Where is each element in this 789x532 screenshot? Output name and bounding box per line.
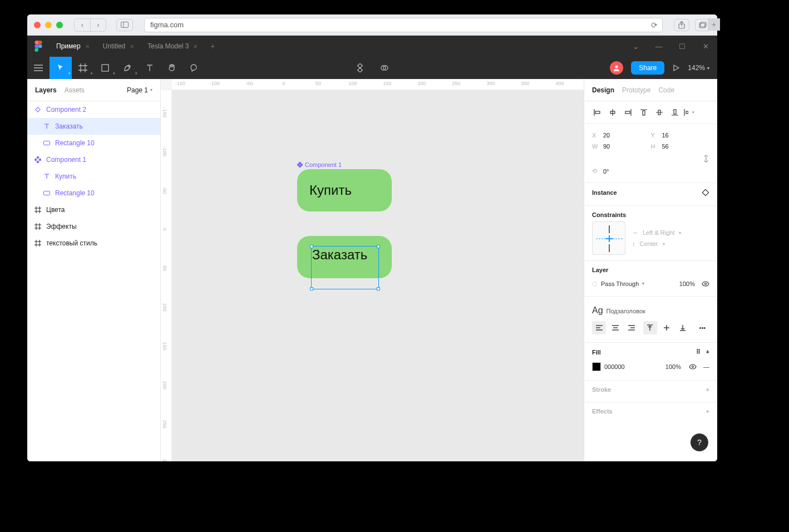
tab-code[interactable]: Code (658, 86, 674, 94)
frame-tool[interactable]: ▾ (72, 57, 94, 79)
component-icon (34, 156, 42, 163)
component-label[interactable]: Component 1 (297, 161, 342, 168)
figma-logo-icon[interactable] (27, 36, 50, 57)
close-tab-icon[interactable]: ✕ (130, 43, 134, 50)
constraint-horizontal[interactable]: ↔ Left & Right ▾ (632, 229, 681, 236)
minimize-icon[interactable] (45, 22, 52, 28)
constraints-widget[interactable] (592, 221, 625, 255)
file-tab[interactable]: Пример✕ (50, 36, 96, 57)
blend-mode-icon[interactable]: ◌ (592, 280, 598, 287)
instance-swap-icon[interactable] (702, 189, 709, 196)
add-effect-icon[interactable]: + (706, 408, 709, 415)
constraint-vertical[interactable]: ↕ Center ▾ (632, 240, 681, 247)
align-right-icon[interactable] (621, 106, 635, 119)
text-more-icon[interactable]: ••• (696, 321, 709, 334)
close-tab-icon[interactable]: ✕ (193, 43, 198, 50)
share-icon[interactable] (674, 19, 689, 31)
fullscreen-icon[interactable] (56, 22, 63, 28)
zoom-control[interactable]: 142%▾ (688, 64, 709, 72)
diamond-icon (34, 106, 42, 113)
file-tab[interactable]: Tesla Model 3✕ (141, 36, 204, 57)
tab-assets[interactable]: Assets (65, 86, 85, 94)
layer-row[interactable]: Component 2 (27, 101, 160, 118)
close-icon[interactable] (34, 22, 41, 28)
avatar[interactable] (610, 61, 623, 75)
present-button[interactable] (672, 64, 680, 72)
chevron-down-icon[interactable]: ⌄ (624, 42, 647, 51)
add-fill-icon[interactable]: + (706, 348, 709, 356)
tab-prototype[interactable]: Prototype (622, 86, 650, 94)
prop-rotation[interactable]: ⟲0° (592, 168, 651, 175)
layer-row[interactable]: Купить (27, 168, 160, 185)
add-stroke-icon[interactable]: + (706, 386, 709, 393)
align-left-icon[interactable] (590, 106, 604, 119)
fill-hex-input[interactable]: 000000 (604, 363, 625, 370)
prop-x[interactable]: X20 (592, 132, 651, 139)
help-button[interactable]: ? (691, 434, 708, 451)
tab-design[interactable]: Design (592, 86, 614, 94)
layer-row[interactable]: Rectangle 10 (27, 185, 160, 201)
align-hcenter-icon[interactable] (605, 106, 620, 119)
maximize-window-icon[interactable]: ☐ (670, 42, 694, 51)
align-vcenter-icon[interactable] (652, 106, 667, 119)
layer-row[interactable]: Эффекты (27, 218, 160, 235)
close-window-icon[interactable]: ✕ (694, 42, 717, 51)
align-bottom-icon[interactable] (668, 106, 682, 119)
mask-tool[interactable] (373, 57, 396, 79)
text-valign-bottom-icon[interactable] (675, 321, 689, 334)
align-top-icon[interactable] (637, 106, 651, 119)
text-valign-middle-icon[interactable] (659, 321, 673, 334)
prop-h[interactable]: H56 (651, 143, 710, 150)
text-tool[interactable] (139, 57, 161, 79)
text-align-right-icon[interactable] (625, 321, 639, 334)
reload-icon[interactable]: ⟳ (651, 21, 658, 29)
text-align-center-icon[interactable] (608, 321, 622, 334)
text-style-name[interactable]: Подзаголовок (606, 308, 645, 314)
canvas[interactable]: Component 1 Купить Заказать (172, 90, 584, 461)
shape-tool[interactable]: ▾ (94, 57, 116, 79)
component-tool[interactable] (349, 57, 371, 79)
text-valign-top-icon[interactable] (643, 321, 657, 334)
canvas-button-1[interactable]: Купить (297, 169, 392, 211)
fill-opacity-input[interactable]: 100% (665, 363, 681, 370)
tab-layers[interactable]: Layers (35, 86, 57, 94)
forward-button[interactable]: › (90, 19, 106, 31)
remove-fill-icon[interactable]: — (703, 363, 709, 370)
layer-label: Заказать (55, 122, 83, 130)
distribute-icon[interactable]: ▾ (683, 106, 698, 119)
layer-row[interactable]: Component 1 (27, 151, 160, 168)
window-controls: ⌄ — ☐ ✕ (624, 36, 717, 57)
layer-row[interactable]: текстовый стиль (27, 235, 160, 252)
layer-row[interactable]: Rectangle 10 (27, 135, 160, 151)
text-section: Ag Подзаголовок ••• (584, 297, 717, 343)
address-bar[interactable]: figma.com ⟳ (144, 18, 663, 32)
close-tab-icon[interactable]: ✕ (85, 43, 90, 50)
minimize-window-icon[interactable]: — (647, 42, 670, 51)
prop-w[interactable]: W90 (592, 143, 651, 150)
blend-mode-select[interactable]: Pass Through (601, 280, 639, 287)
layer-label: Rectangle 10 (55, 139, 95, 147)
menu-button[interactable] (27, 57, 50, 79)
page-selector[interactable]: Page 1▾ (127, 86, 152, 94)
text-align-left-icon[interactable] (592, 321, 606, 334)
hand-tool[interactable] (161, 57, 183, 79)
share-button[interactable]: Share (631, 61, 664, 75)
move-tool[interactable]: ▾ (50, 57, 72, 79)
prop-y[interactable]: Y16 (651, 132, 710, 139)
back-button[interactable]: ‹ (75, 19, 90, 31)
layer-row[interactable]: Цвета (27, 201, 160, 218)
new-browser-tab-button[interactable]: + (708, 18, 720, 31)
constrain-proportions-icon[interactable] (651, 154, 710, 163)
eye-icon[interactable] (702, 281, 709, 287)
fill-styles-icon[interactable]: ⠿ (696, 348, 701, 356)
file-tab[interactable]: Untitled✕ (96, 36, 141, 57)
comment-tool[interactable] (183, 57, 205, 79)
layer-opacity-input[interactable]: 100% (679, 280, 695, 287)
sidebar-toggle-button[interactable] (116, 19, 133, 31)
layer-row[interactable]: Заказать (27, 118, 160, 135)
pen-tool[interactable]: ▾ (116, 57, 139, 79)
new-tab-button[interactable]: + (204, 42, 221, 51)
fill-swatch[interactable] (592, 362, 601, 371)
eye-icon[interactable] (689, 364, 697, 370)
canvas-area[interactable]: -150-100-50050100150200250300350400 -150… (161, 79, 584, 461)
